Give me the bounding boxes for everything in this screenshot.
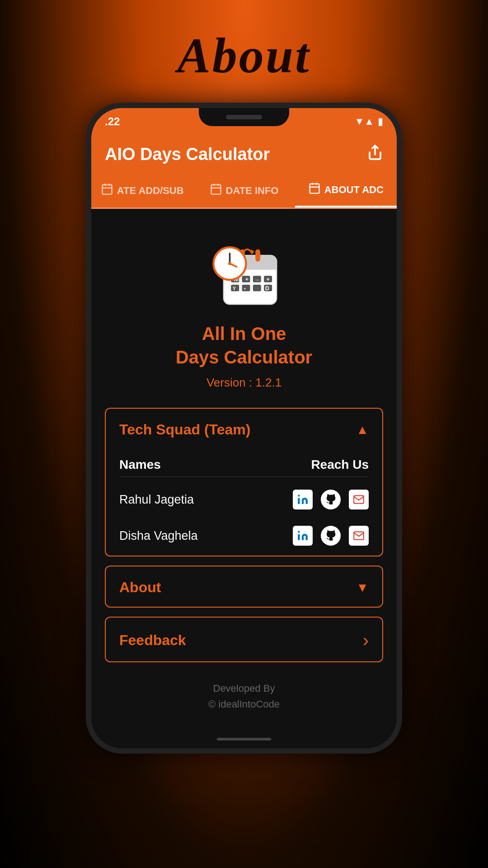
status-bar: .22 ▼▲ ▮ xyxy=(91,108,397,135)
table-row: Rahul Jagetia xyxy=(119,481,369,518)
svg-rect-5 xyxy=(211,185,221,194)
svg-rect-9 xyxy=(310,184,319,193)
tech-squad-chevron: ▲ xyxy=(356,423,369,437)
col-reach-header: Reach Us xyxy=(311,458,369,472)
member-name: Disha Vaghela xyxy=(119,529,198,543)
speaker xyxy=(226,115,262,119)
table-row: Disha Vaghela xyxy=(119,518,369,554)
status-time: .22 xyxy=(105,115,120,128)
svg-point-41 xyxy=(298,495,300,496)
svg-rect-1 xyxy=(102,185,112,194)
svg-rect-42 xyxy=(298,534,300,540)
share-icon[interactable] xyxy=(367,144,383,165)
svg-rect-23 xyxy=(242,285,250,291)
svg-text:+: + xyxy=(245,276,249,283)
social-icons-disha xyxy=(293,526,369,546)
feedback-section: Feedback › xyxy=(105,617,383,662)
svg-point-43 xyxy=(298,531,300,533)
tab-about-adc[interactable]: ABOUT ADC xyxy=(295,174,397,208)
page-title: About xyxy=(177,27,310,85)
about-section: About ▼ xyxy=(105,566,383,608)
about-section-header[interactable]: About ▼ xyxy=(106,566,382,608)
tab-date-add-sub-label: ATE ADD/SUB xyxy=(117,185,184,197)
app-name: All In One Days Calculator xyxy=(176,322,312,369)
app-header-title: AIO Days Calculator xyxy=(105,145,270,164)
svg-point-38 xyxy=(228,262,231,265)
tech-squad-header[interactable]: Tech Squad (Team) ▲ xyxy=(106,409,382,451)
team-table-header: Names Reach Us xyxy=(119,451,369,477)
svg-text:+: + xyxy=(267,276,270,283)
app-logo: M + — + Y ▪ ⟋ D xyxy=(203,227,285,308)
footer: Developed By © idealIntoCode xyxy=(208,671,280,717)
tab-about-adc-icon xyxy=(308,182,321,198)
tech-squad-title: Tech Squad (Team) xyxy=(119,421,250,438)
tech-squad-body: Names Reach Us Rahul Jagetia xyxy=(106,451,382,557)
tech-squad-section: Tech Squad (Team) ▲ Names Reach Us Rahul… xyxy=(105,408,383,557)
tab-date-info-label: DATE INFO xyxy=(226,185,279,197)
feedback-section-title: Feedback xyxy=(119,632,186,649)
mail-icon-rahul[interactable] xyxy=(349,490,369,509)
member-name: Rahul Jagetia xyxy=(119,493,194,507)
svg-marker-39 xyxy=(251,250,254,255)
battery-icon: ▮ xyxy=(378,116,383,127)
tab-date-info-icon xyxy=(210,183,222,198)
mail-icon-disha[interactable] xyxy=(349,526,369,546)
linkedin-icon-rahul[interactable] xyxy=(293,490,313,509)
tab-date-add-sub[interactable]: ATE ADD/SUB xyxy=(91,174,193,208)
social-icons-rahul xyxy=(293,490,369,509)
github-icon-disha[interactable] xyxy=(321,526,341,546)
col-names-header: Names xyxy=(119,458,161,472)
status-icons: ▼▲ ▮ xyxy=(354,116,383,127)
wifi-icon: ▼▲ xyxy=(354,116,374,127)
svg-text:⟋: ⟋ xyxy=(254,286,259,291)
about-section-chevron: ▼ xyxy=(356,580,369,595)
linkedin-icon-disha[interactable] xyxy=(293,526,313,546)
home-indicator xyxy=(217,738,271,741)
phone-bottom-bar xyxy=(91,730,397,748)
svg-rect-17 xyxy=(255,250,260,262)
phone-mockup: .22 ▼▲ ▮ AIO Days Calculator xyxy=(86,103,402,754)
about-section-title: About xyxy=(119,579,161,596)
app-version: Version : 1.2.1 xyxy=(206,376,282,390)
footer-line1: Developed By xyxy=(208,680,280,696)
app-header: AIO Days Calculator xyxy=(91,135,397,174)
feedback-section-chevron: › xyxy=(363,630,369,651)
svg-text:—: — xyxy=(255,277,260,282)
app-content: M + — + Y ▪ ⟋ D All In On xyxy=(91,209,397,730)
tab-bar: ATE ADD/SUB DATE INFO xyxy=(91,174,397,209)
svg-text:Y: Y xyxy=(233,286,236,291)
notch xyxy=(199,108,289,126)
feedback-section-header[interactable]: Feedback › xyxy=(106,618,382,662)
svg-rect-40 xyxy=(298,498,300,504)
tab-date-add-sub-icon xyxy=(101,183,113,198)
tab-date-info[interactable]: DATE INFO xyxy=(193,174,295,208)
svg-text:▪: ▪ xyxy=(244,286,246,291)
github-icon-rahul[interactable] xyxy=(321,490,341,509)
footer-line2: © idealIntoCode xyxy=(208,696,280,712)
tab-about-adc-label: ABOUT ADC xyxy=(324,184,384,196)
svg-text:D: D xyxy=(265,285,269,292)
